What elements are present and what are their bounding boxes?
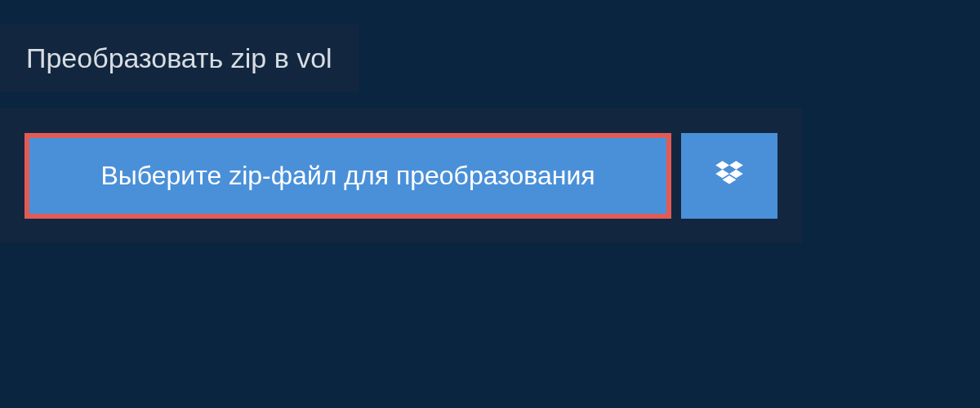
dropbox-button[interactable] xyxy=(681,133,777,219)
select-file-button[interactable]: Выберите zip-файл для преобразования xyxy=(24,133,671,219)
select-file-label: Выберите zip-файл для преобразования xyxy=(100,161,595,191)
conversion-tab[interactable]: Преобразовать zip в vol xyxy=(0,24,359,92)
upload-panel: Выберите zip-файл для преобразования xyxy=(0,109,802,243)
dropbox-icon xyxy=(712,157,746,195)
button-row: Выберите zip-файл для преобразования xyxy=(24,133,777,219)
tab-title: Преобразовать zip в vol xyxy=(26,42,332,73)
